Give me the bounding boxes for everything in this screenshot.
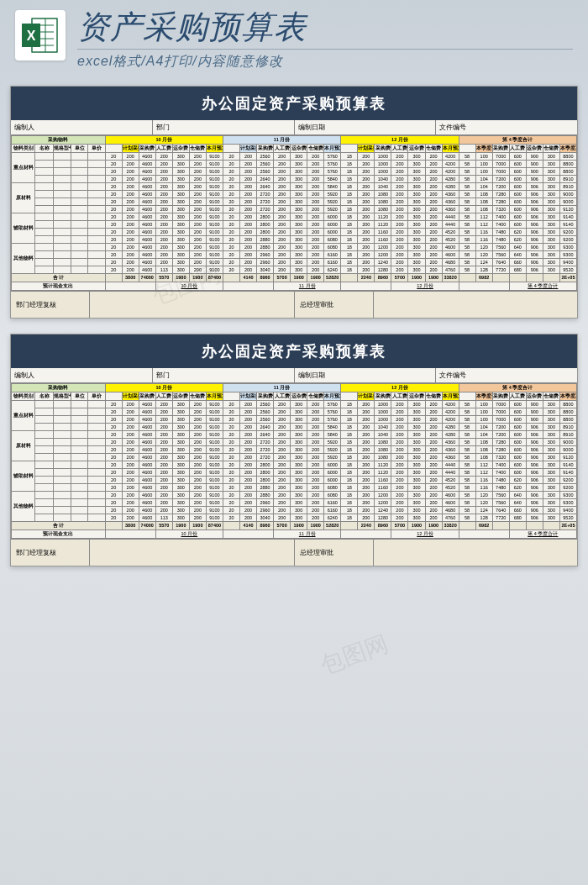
data-cell: 20 xyxy=(105,445,122,453)
data-cell: 1080 xyxy=(375,190,391,198)
data-cell: 200 xyxy=(189,438,206,445)
data-cell: 20 xyxy=(105,430,122,438)
data-cell: 200 xyxy=(155,468,172,476)
data-cell: 20 xyxy=(223,506,239,514)
data-cell: 200 xyxy=(307,453,324,461)
data-cell: 20 xyxy=(223,514,239,521)
data-cell: 200 xyxy=(122,190,139,198)
data-cell: 300 xyxy=(172,266,189,273)
data-cell: 200 xyxy=(391,408,408,415)
data-cell: 300 xyxy=(172,476,189,483)
data-cell: 58 xyxy=(459,205,475,213)
data-cell: 300 xyxy=(291,152,307,160)
data-cell: 200 xyxy=(274,430,291,438)
data-cell: 18 xyxy=(341,453,358,461)
data-cell: 9100 xyxy=(206,461,223,468)
cash-row: 预计现金支出 10 月份 11 月份 12 月份 第 4 季度合计 xyxy=(12,282,577,290)
data-cell: 9100 xyxy=(206,220,223,228)
data-cell: 200 xyxy=(425,445,442,453)
category-label: 重点材料 xyxy=(12,400,35,430)
data-cell: 200 xyxy=(307,198,324,205)
data-cell: 200 xyxy=(358,228,375,235)
data-cell: 6080 xyxy=(324,243,341,250)
data-cell: 300 xyxy=(543,167,559,175)
data-cell: 300 xyxy=(291,190,307,198)
data-cell: 200 xyxy=(391,498,408,506)
category-label: 重点材料 xyxy=(12,152,35,182)
data-cell: 9100 xyxy=(206,160,223,167)
data-cell: 200 xyxy=(307,266,324,273)
category-label: 辅助材料 xyxy=(12,213,35,243)
data-cell: 58 xyxy=(459,514,475,521)
data-cell: 4520 xyxy=(442,483,459,491)
data-cell: 20 xyxy=(105,438,122,445)
metric-header: 运杂费 xyxy=(291,144,307,152)
data-cell: 200 xyxy=(425,250,442,258)
data-cell: 300 xyxy=(543,250,559,258)
data-cell: 200 xyxy=(274,461,291,468)
data-cell: 20 xyxy=(105,468,122,476)
data-cell: 1040 xyxy=(375,175,391,182)
data-cell: 200 xyxy=(274,514,291,521)
data-cell: 300 xyxy=(172,453,189,461)
data-cell: 5920 xyxy=(324,198,341,205)
data-cell: 7200 xyxy=(492,175,509,182)
data-cell: 20 xyxy=(223,445,239,453)
data-cell: 200 xyxy=(425,514,442,521)
data-cell: 100 xyxy=(475,400,492,408)
data-cell: 20 xyxy=(223,468,239,476)
data-cell: 4600 xyxy=(442,498,459,506)
info-fileno: 文件编号 xyxy=(436,120,577,134)
data-cell: 200 xyxy=(425,167,442,175)
data-cell: 300 xyxy=(543,468,559,476)
data-cell: 2720 xyxy=(257,445,274,453)
data-cell: 200 xyxy=(274,483,291,491)
data-cell: 200 xyxy=(189,250,206,258)
data-cell: 200 xyxy=(307,160,324,167)
data-cell: 4600 xyxy=(139,167,155,175)
data-cell: 200 xyxy=(391,423,408,430)
data-cell: 2880 xyxy=(257,483,274,491)
data-cell: 112 xyxy=(475,220,492,228)
data-cell: 4280 xyxy=(442,423,459,430)
data-cell: 200 xyxy=(358,235,375,243)
metric-header: 本季度采购预算合计 xyxy=(559,144,576,152)
data-cell: 200 xyxy=(155,400,172,408)
data-cell: 20 xyxy=(105,266,122,273)
data-cell: 200 xyxy=(307,213,324,220)
data-cell: 300 xyxy=(408,228,425,235)
data-cell: 200 xyxy=(391,461,408,468)
data-cell: 58 xyxy=(459,430,475,438)
data-cell: 200 xyxy=(425,430,442,438)
data-cell: 300 xyxy=(543,408,559,415)
data-cell: 20 xyxy=(105,152,122,160)
data-cell: 2960 xyxy=(257,506,274,514)
data-cell: 2800 xyxy=(257,461,274,468)
data-cell: 4360 xyxy=(442,198,459,205)
data-cell: 18 xyxy=(341,220,358,228)
metric-header: 人工费 xyxy=(391,144,408,152)
data-cell: 18 xyxy=(341,152,358,160)
sum-row: 合 计3800740005570190019008740041408960570… xyxy=(12,521,577,529)
data-cell: 108 xyxy=(475,453,492,461)
data-cell: 4520 xyxy=(442,476,459,483)
data-cell: 9100 xyxy=(206,198,223,205)
data-cell: 200 xyxy=(358,453,375,461)
data-cell: 200 xyxy=(122,430,139,438)
table-row: 辅助材料 20200460020030020091002020028002003… xyxy=(12,461,577,468)
data-cell: 4520 xyxy=(442,235,459,243)
data-cell: 640 xyxy=(509,250,526,258)
data-cell: 200 xyxy=(155,408,172,415)
data-cell: 300 xyxy=(543,438,559,445)
data-cell: 20 xyxy=(105,198,122,205)
data-cell: 300 xyxy=(172,468,189,476)
data-cell: 20 xyxy=(105,423,122,430)
svg-text:X: X xyxy=(27,29,36,43)
data-cell: 200 xyxy=(240,453,257,461)
category-label: 其他物料 xyxy=(12,491,35,521)
data-cell: 906 xyxy=(526,220,543,228)
data-cell: 200 xyxy=(307,228,324,235)
data-cell: 200 xyxy=(358,213,375,220)
data-cell: 600 xyxy=(509,213,526,220)
data-cell: 112 xyxy=(475,461,492,468)
